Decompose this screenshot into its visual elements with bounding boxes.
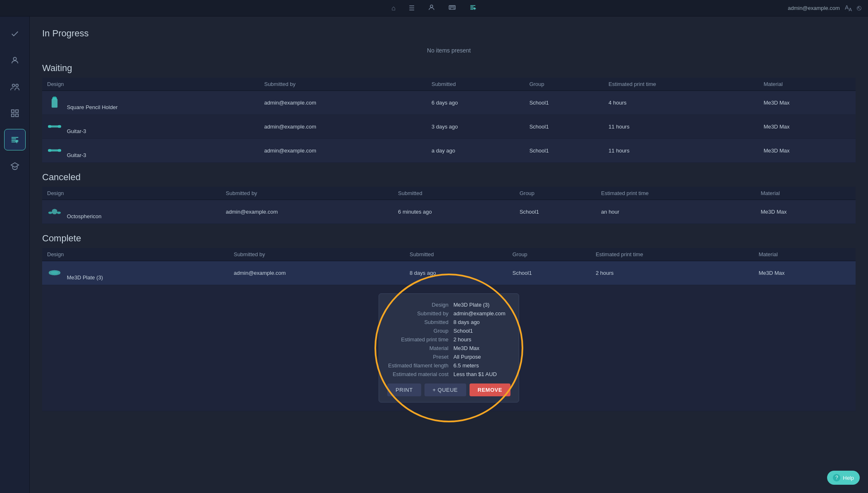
popup-field-value: School1 [453, 328, 510, 334]
design-thumbnail [47, 204, 62, 219]
design-thumbnail [47, 143, 62, 158]
design-name: Guitar-3 [67, 128, 86, 134]
sidebar-item-education[interactable] [4, 155, 26, 177]
popup-field: Submitted 8 days ago [387, 318, 510, 326]
svg-point-12 [13, 57, 16, 60]
waiting-col-print-time: Estimated print time [603, 78, 758, 91]
cell-material: Me3D Max [758, 139, 856, 163]
cell-material: Me3D Max [754, 261, 856, 285]
in-progress-heading: In Progress [42, 28, 856, 39]
add-to-queue-button[interactable]: + QUEUE [424, 383, 466, 396]
cell-submitted: 6 days ago [427, 91, 525, 115]
cell-submitted-by: admin@example.com [221, 200, 393, 224]
sidebar-item-designs[interactable] [4, 102, 26, 124]
popup-field: Submitted by admin@example.com [387, 309, 510, 318]
svg-point-0 [430, 5, 433, 7]
cell-print-time: 11 hours [603, 115, 758, 139]
svg-rect-30 [48, 125, 51, 128]
user-email: admin@example.com [788, 5, 840, 11]
popup-field: Estimated filament length 6.5 meters [387, 361, 510, 370]
canceled-table: Design Submitted by Submitted Group Esti… [42, 187, 856, 224]
sidebar-item-queue[interactable] [4, 129, 26, 150]
list-icon[interactable]: ☰ [409, 4, 415, 12]
popup-field: Estimated material cost Less than $1 AUD [387, 370, 510, 379]
complete-col-submitted-by: Submitted by [229, 248, 405, 261]
help-button[interactable]: ? Help [827, 471, 860, 485]
popup-field-value: 2 hours [453, 336, 510, 343]
canceled-section: Canceled Design Submitted by Submitted G… [42, 172, 856, 224]
design-name: Square Pencil Holder [67, 104, 118, 110]
sidebar-item-groups[interactable] [4, 76, 26, 98]
user-area: admin@example.com AA ⎋ [788, 4, 861, 12]
queue-nav-icon[interactable] [469, 4, 477, 13]
popup-field-value: admin@example.com [453, 310, 510, 317]
popup-field-label: Group [387, 328, 453, 334]
popup-field-label: Estimated material cost [387, 371, 453, 377]
popup-cell: Design Me3D Plate (3) Submitted by admin… [42, 285, 856, 411]
complete-col-submitted: Submitted [405, 248, 508, 261]
canceled-heading: Canceled [42, 172, 856, 183]
in-progress-section: In Progress No items present [42, 28, 856, 60]
cell-material: Me3D Max [758, 115, 856, 139]
table-row[interactable]: Square Pencil Holder admin@example.com 6… [42, 91, 856, 115]
no-items-text: No items present [42, 43, 856, 60]
svg-point-41 [51, 271, 58, 274]
cell-submitted: 6 minutes ago [393, 200, 515, 224]
cell-submitted: 8 days ago [405, 261, 508, 285]
cell-group: School1 [525, 115, 604, 139]
popup-field-label: Material [387, 345, 453, 351]
cell-submitted: a day ago [427, 139, 525, 163]
cell-print-time: 11 hours [603, 139, 758, 163]
cell-submitted-by: admin@example.com [259, 91, 427, 115]
cell-group: School1 [515, 200, 596, 224]
complete-header-row: Design Submitted by Submitted Group Esti… [42, 248, 856, 261]
complete-col-print-time: Estimated print time [591, 248, 754, 261]
waiting-heading: Waiting [42, 63, 856, 74]
table-row[interactable]: Guitar-3 admin@example.com a day ago Sch… [42, 139, 856, 163]
popup-field: Design Me3D Plate (3) [387, 300, 510, 309]
canceled-header-row: Design Submitted by Submitted Group Esti… [42, 187, 856, 200]
help-circle-icon: ? [833, 474, 840, 481]
svg-point-37 [52, 209, 57, 214]
table-row[interactable]: Guitar-3 admin@example.com 3 days ago Sc… [42, 115, 856, 139]
cell-print-time: an hour [596, 200, 756, 224]
remove-button[interactable]: REMOVE [470, 383, 510, 396]
logout-icon[interactable]: ⎋ [857, 4, 861, 12]
design-thumbnail [47, 95, 62, 110]
table-row[interactable]: Octosphericon admin@example.com 6 minute… [42, 200, 856, 224]
help-label: Help [843, 475, 854, 481]
popup-field-label: Submitted by [387, 310, 453, 317]
design-thumbnail [47, 265, 62, 280]
sidebar-item-dashboard[interactable] [4, 23, 26, 45]
table-row[interactable]: Me3D Plate (3) admin@example.com 8 days … [42, 261, 856, 285]
waiting-col-material: Material [758, 78, 856, 91]
canceled-col-submitted-by: Submitted by [221, 187, 393, 200]
popup-field: Preset All Purpose [387, 352, 510, 361]
cell-design: Guitar-3 [42, 115, 259, 139]
translate-icon[interactable]: AA [845, 4, 852, 12]
canceled-col-submitted: Submitted [393, 187, 515, 200]
svg-point-38 [48, 212, 52, 214]
print-button[interactable]: PRINT [387, 383, 421, 396]
user-icon[interactable] [428, 4, 435, 13]
svg-point-13 [12, 84, 14, 87]
popup-field-label: Submitted [387, 319, 453, 325]
cell-group: School1 [525, 139, 604, 163]
canceled-col-material: Material [756, 187, 856, 200]
design-name: Me3D Plate (3) [67, 274, 103, 281]
cell-print-time: 4 hours [603, 91, 758, 115]
popup-field-label: Design [387, 302, 453, 308]
canceled-col-group: Group [515, 187, 596, 200]
waiting-table: Design Submitted by Submitted Group Esti… [42, 78, 856, 163]
home-icon[interactable]: ⌂ [391, 5, 396, 12]
waiting-col-submitted: Submitted [427, 78, 525, 91]
sidebar-item-profile[interactable] [4, 50, 26, 71]
popup-field-value: Me3D Plate (3) [453, 302, 510, 308]
cell-design: Me3D Plate (3) [42, 261, 229, 285]
design-thumbnail [47, 119, 62, 134]
popup-field-value: Less than $1 AUD [453, 371, 510, 377]
svg-rect-28 [53, 97, 56, 98]
waiting-col-submitted-by: Submitted by [259, 78, 427, 91]
nav-icons: ⌂ ☰ [391, 4, 477, 13]
ruler-icon[interactable] [448, 4, 456, 13]
